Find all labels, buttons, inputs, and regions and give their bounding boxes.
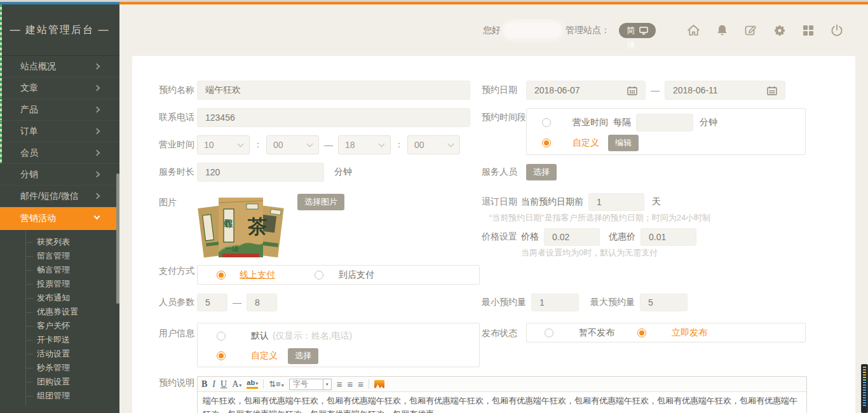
max-booking-input[interactable]: 5 <box>640 294 688 311</box>
timeslot-minutes-unit: 分钟 <box>700 117 717 128</box>
sidebar-subitem-message-mgmt[interactable]: 留言管理 <box>0 249 119 263</box>
min-booking-input[interactable]: 1 <box>531 294 579 311</box>
align-left-button[interactable]: ≡ <box>337 379 342 389</box>
date-from-input[interactable]: 2018-06-07 <box>526 81 646 100</box>
sidebar-item-members[interactable]: 会员 <box>0 142 119 164</box>
sidebar-item-products[interactable]: 产品 <box>0 99 119 121</box>
userinfo-default-hint: (仅显示：姓名,电话) <box>273 330 352 342</box>
sidebar-subitem-coupon-settings[interactable]: 优惠券设置 <box>0 305 119 319</box>
price-settings-label: 价格设置 <box>482 231 521 243</box>
timeslot-business-hours-option[interactable]: 营业时间 <box>573 117 608 128</box>
page-scrollbar[interactable] <box>861 364 868 413</box>
gear-icon[interactable] <box>772 24 787 38</box>
sidebar-subitem-groupbuy-settings[interactable]: 团购设置 <box>0 375 119 389</box>
price-label: 价格 <box>521 231 539 243</box>
sidebar-scrollbar[interactable] <box>116 173 119 304</box>
payment-online-option[interactable]: 线上支付 <box>240 269 275 281</box>
sidebar-subitem-seckill-mgmt[interactable]: 秒杀管理 <box>0 361 119 375</box>
chevron-right-icon <box>94 85 100 91</box>
payment-online-radio[interactable] <box>217 271 226 280</box>
bold-button[interactable]: B <box>201 379 207 389</box>
publish-later-option[interactable]: 暂不发布 <box>579 327 614 339</box>
people-min-input[interactable]: 5 <box>197 294 227 311</box>
hours-to-minute-select[interactable]: 00 <box>407 135 460 154</box>
people-max-input[interactable]: 8 <box>247 294 277 311</box>
highlight-button[interactable]: ab▾ <box>247 379 258 389</box>
timeslot-edit-button[interactable]: 编辑 <box>608 135 639 151</box>
contact-phone-label: 联系电话 <box>159 112 197 123</box>
price-input[interactable]: 0.02 <box>544 228 600 246</box>
timeslot-custom-radio[interactable] <box>542 139 551 147</box>
product-image[interactable]: 碧螺春 茶 一级 <box>197 194 285 260</box>
contact-phone-input[interactable]: 123456 <box>197 108 470 127</box>
bell-icon[interactable] <box>715 24 729 38</box>
chevron-down-icon <box>379 141 385 147</box>
font-size-select[interactable]: 字号 ▾ <box>289 379 332 390</box>
sidebar-item-site-overview[interactable]: 站点概况 <box>0 56 119 78</box>
home-icon[interactable] <box>686 24 701 38</box>
sidebar-subitem-card-gift[interactable]: 开卡即送 <box>0 333 119 347</box>
chevron-right-icon <box>94 172 100 178</box>
sidebar-subitem-group-mgmt[interactable]: 组团管理 <box>0 389 119 403</box>
editor-content[interactable]: 端午狂欢，包厢有优惠端午狂欢，包厢有优惠端午狂欢，包厢有优惠端午狂欢，包厢有优惠… <box>198 392 806 413</box>
payment-instore-radio[interactable] <box>315 271 323 280</box>
tea-calligraphy-text: 茶 <box>247 216 267 237</box>
publish-later-radio[interactable] <box>545 328 553 337</box>
align-right-button[interactable]: ≡ <box>358 379 363 389</box>
choose-image-button[interactable]: 选择图片 <box>297 194 344 210</box>
publish-now-option[interactable]: 立即发布 <box>672 327 707 339</box>
chevron-right-icon <box>94 193 100 200</box>
sidebar-item-mail-sms-wechat[interactable]: 邮件/短信/微信 <box>0 186 119 207</box>
discount-price-input[interactable]: 0.01 <box>641 228 696 246</box>
sidebar-subitem-activity-settings[interactable]: 活动设置 <box>0 347 119 361</box>
date-to-input[interactable]: 2018-06-11 <box>665 81 785 100</box>
insert-image-button[interactable] <box>374 380 384 388</box>
power-icon[interactable] <box>829 24 844 38</box>
language-badge[interactable]: 简 体 <box>619 23 656 38</box>
calendar-icon[interactable] <box>767 86 777 95</box>
sidebar-item-distribution[interactable]: 分销 <box>0 164 119 186</box>
sidebar-subitem-award-list[interactable]: 获奖列表 <box>0 235 119 249</box>
align-center-button[interactable]: ≡ <box>347 379 353 389</box>
timeslot-business-hours-radio[interactable] <box>542 118 551 127</box>
timeslot-label: 预约时间段 <box>482 112 526 123</box>
max-booking-label: 最大预约量 <box>590 297 635 308</box>
underline-button[interactable]: U <box>220 379 227 389</box>
hours-to-hour-select[interactable]: 18 <box>338 135 391 154</box>
toolbar-divider <box>369 379 369 389</box>
greeting-text: 您好 <box>483 25 501 36</box>
userinfo-default-option[interactable]: 默认 <box>251 330 269 342</box>
userinfo-select-button[interactable]: 选择 <box>288 348 318 364</box>
hours-from-hour-select[interactable]: 10 <box>197 135 250 154</box>
payment-instore-option[interactable]: 到店支付 <box>339 269 374 281</box>
hours-from-minute-select[interactable]: 00 <box>266 135 319 154</box>
userinfo-custom-radio[interactable] <box>217 351 226 360</box>
sidebar-subitem-changyan-mgmt[interactable]: 畅言管理 <box>0 263 119 277</box>
line-height-button[interactable]: ⇅≡▾ <box>269 380 284 388</box>
sidebar-item-marketing[interactable]: 营销活动 <box>0 207 119 230</box>
userinfo-default-radio[interactable] <box>217 332 226 341</box>
caret-down-icon: ▾ <box>239 383 241 388</box>
booking-name-input[interactable]: 端午狂欢 <box>197 81 470 100</box>
timeslot-interval-input[interactable] <box>636 114 693 132</box>
italic-button[interactable]: I <box>212 379 215 389</box>
refund-days-input[interactable]: 1 <box>588 193 644 211</box>
monitor-icon <box>639 27 648 35</box>
payment-options-box: 线上支付 到店支付 <box>197 265 480 285</box>
timeslot-custom-option[interactable]: 自定义 <box>573 137 599 149</box>
grid-icon[interactable] <box>801 24 815 38</box>
service-duration-input[interactable]: 120 <box>197 163 324 182</box>
publish-now-radio[interactable] <box>637 328 646 337</box>
font-color-button[interactable]: A▾ <box>232 379 241 389</box>
sidebar-item-articles[interactable]: 文章 <box>0 78 119 99</box>
userinfo-custom-option[interactable]: 自定义 <box>251 350 278 362</box>
sidebar-subitem-publish-notice[interactable]: 发布通知 <box>0 291 119 305</box>
calendar-icon[interactable] <box>627 86 637 95</box>
edit-icon[interactable] <box>743 24 758 38</box>
sidebar-subitem-vote-mgmt[interactable]: 投票管理 <box>0 277 119 291</box>
staff-select-button[interactable]: 选择 <box>526 164 557 180</box>
tea-grade-text: 一级 <box>225 245 239 252</box>
sidebar-item-orders[interactable]: 订单 <box>0 121 119 142</box>
sidebar-subitem-customer-care[interactable]: 客户关怀 <box>0 319 119 333</box>
price-note: 当两者设置均为0时，默认为无需支付 <box>521 247 658 259</box>
